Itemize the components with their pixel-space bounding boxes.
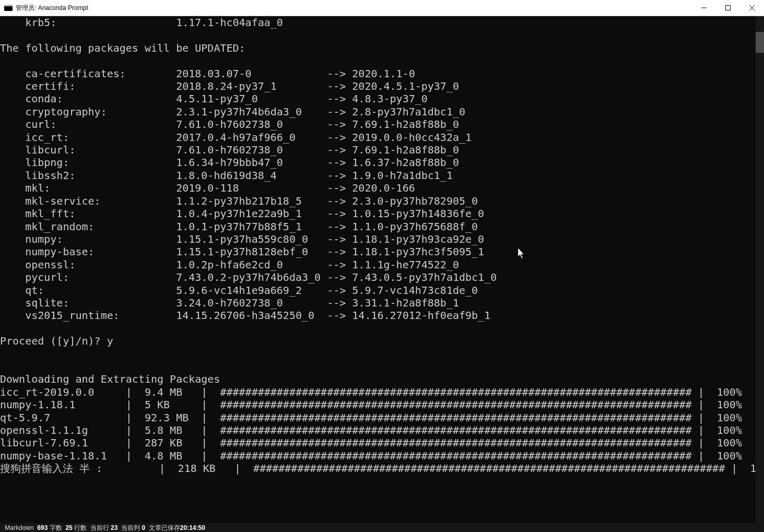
vertical-scrollbar[interactable]	[756, 16, 764, 523]
close-button[interactable]	[740, 0, 764, 16]
window-controls	[692, 0, 764, 16]
terminal-output: krb5: 1.17.1-hc04afaa_0 The following pa…	[0, 16, 756, 475]
maximize-button[interactable]	[716, 0, 740, 16]
svg-rect-3	[726, 6, 731, 10]
scroll-thumb[interactable]	[756, 32, 764, 53]
titlebar[interactable]: 管理员: Anaconda Prompt	[0, 0, 764, 16]
statusbar: Markdown 693 字数 25 行数 当前行 23 当前列 0 文章已保存…	[0, 523, 764, 532]
minimize-button[interactable]	[692, 0, 716, 16]
window-title: 管理员: Anaconda Prompt	[16, 4, 88, 13]
app-icon	[4, 4, 13, 12]
svg-rect-1	[4, 5, 13, 6]
terminal-viewport[interactable]: krb5: 1.17.1-hc04afaa_0 The following pa…	[0, 16, 764, 523]
